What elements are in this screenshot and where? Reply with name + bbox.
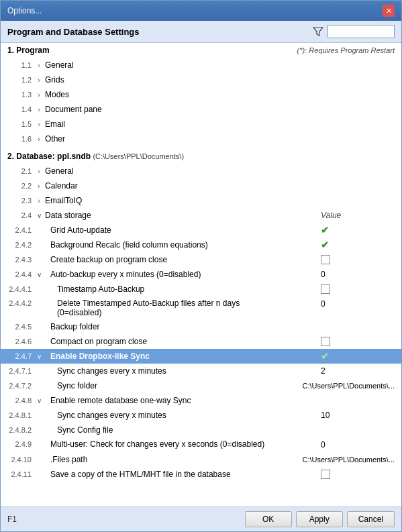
item-value: 2 — [321, 366, 401, 376]
item-num: 2.4.7.2 — [1, 382, 34, 390]
list-item[interactable]: 2.1 › General — [1, 164, 401, 178]
item-label: EmailToIQ — [44, 196, 401, 205]
list-item[interactable]: 2.4.7.2 Sync folder C:\Users\PPL\Documen… — [1, 378, 401, 393]
item-num: 2.4.8.2 — [1, 426, 34, 434]
cancel-button[interactable]: Cancel — [347, 511, 395, 527]
title-bar: Options... ✕ — [1, 1, 401, 21]
chevron-right-icon: › — [34, 182, 44, 190]
item-num: 2.3 — [1, 197, 34, 205]
item-label: Data storage — [44, 211, 321, 220]
item-value: 10 — [321, 411, 401, 420]
item-num: 2.4.4 — [1, 270, 34, 278]
list-item[interactable]: 2.4.7.1 Sync changes every x minutes 2 — [1, 364, 401, 378]
list-item[interactable]: 2.4.8.2 Sync Config file — [1, 423, 401, 437]
item-label: Email — [44, 119, 401, 129]
search-icon-button[interactable] — [311, 25, 325, 38]
list-item[interactable]: 2.4.3 Create backup on program close — [1, 252, 401, 267]
section1-num: 1. — [7, 46, 14, 55]
item-label: Backup folder — [44, 322, 321, 331]
list-item[interactable]: 2.4.4.1 Timestamp Auto-Backup — [1, 282, 401, 297]
item-label: Save a copy of the HTML/MHT file in the … — [44, 470, 321, 479]
item-label: .Files path — [44, 455, 302, 464]
item-label: Sync Config file — [44, 425, 321, 435]
list-item-highlighted[interactable]: 2.4.7 ∨ Enable Dropbox-like Sync ✔ — [1, 349, 401, 364]
item-value: 0 — [321, 439, 401, 449]
item-num: 2.4.8.1 — [1, 411, 34, 419]
item-num: 2.4 — [1, 211, 34, 219]
list-item[interactable]: 1.5 › Email — [1, 117, 401, 131]
checkbox-icon[interactable] — [321, 284, 330, 294]
item-num: 2.4.10 — [1, 456, 34, 464]
list-item[interactable]: 2.4.8 ∨ Enable remote database one-way S… — [1, 393, 401, 408]
item-value: Value — [321, 211, 401, 220]
list-item[interactable]: 1.2 › Grids — [1, 72, 401, 87]
item-num: 2.4.11 — [1, 470, 34, 478]
list-item[interactable]: 2.3 › EmailToIQ — [1, 193, 401, 208]
search-input[interactable] — [328, 25, 395, 38]
item-num: 2.4.7 — [1, 352, 34, 360]
item-value[interactable] — [321, 255, 401, 265]
chevron-right-icon: › — [34, 197, 44, 205]
f1-label: F1 — [7, 515, 17, 524]
section1-label: Program — [16, 46, 49, 55]
list-item[interactable]: 2.4.11 Save a copy of the HTML/MHT file … — [1, 467, 401, 482]
item-num: 1.2 — [1, 76, 34, 84]
item-label: Sync changes every x minutes — [44, 411, 321, 420]
page-title: Program and Database Settings — [7, 27, 140, 37]
item-label: Create backup on program close — [44, 255, 321, 264]
item-value[interactable] — [321, 284, 401, 295]
list-item[interactable]: 2.4.5 Backup folder — [1, 319, 401, 334]
item-num: 2.4.2 — [1, 241, 34, 249]
footer-buttons: OK Apply Cancel — [245, 511, 395, 527]
list-item[interactable]: 2.4.4 ∨ Auto-backup every x minutes (0=d… — [1, 267, 401, 282]
header-area: Program and Database Settings — [1, 21, 401, 43]
item-label: Document pane — [44, 105, 401, 114]
item-value: 0 — [321, 299, 401, 309]
list-item[interactable]: 1.4 › Document pane — [1, 102, 401, 117]
list-item[interactable]: 2.4.1 Grid Auto-update ✔ — [1, 223, 401, 237]
list-item[interactable]: 1.1 › General — [1, 58, 401, 72]
list-item[interactable]: 2.4.9 Multi-user: Check for changes ever… — [1, 437, 401, 452]
ok-button[interactable]: OK — [245, 511, 292, 527]
section1-header: 1. Program (*): Requires Program Restart — [1, 43, 401, 58]
checkbox-icon[interactable] — [321, 337, 330, 346]
close-button[interactable]: ✕ — [383, 5, 395, 17]
search-area — [311, 25, 395, 38]
list-item[interactable]: 2.4.4.2 Delete Timestamped Auto-Backup f… — [1, 297, 401, 319]
list-item[interactable]: 1.3 › Modes — [1, 87, 401, 102]
item-num: 1.3 — [1, 91, 34, 99]
item-num: 2.4.7.1 — [1, 367, 34, 375]
list-item[interactable]: 2.4.6 Compact on program close — [1, 334, 401, 349]
item-num: 2.4.6 — [1, 337, 34, 345]
item-label: Modes — [44, 90, 401, 99]
checkmark-icon: ✔ — [321, 225, 329, 235]
list-item[interactable]: 2.4.2 Background Recalc (field column eq… — [1, 237, 401, 252]
item-value[interactable] — [321, 337, 401, 347]
checkbox-icon[interactable] — [321, 255, 330, 264]
svg-marker-0 — [313, 28, 323, 36]
apply-button[interactable]: Apply — [296, 511, 343, 527]
list-item[interactable]: 2.4 ∨ Data storage Value — [1, 208, 401, 223]
item-value[interactable] — [321, 470, 401, 480]
item-value: ✔ — [321, 240, 401, 250]
item-value: ✔ — [321, 225, 401, 235]
item-label: Auto-backup every x minutes (0=disabled) — [44, 270, 321, 279]
item-label: Compact on program close — [44, 337, 321, 346]
chevron-right-icon: › — [34, 168, 44, 175]
footer-area: F1 OK Apply Cancel — [1, 507, 401, 531]
window-title: Options... — [7, 6, 42, 15]
item-label: Enable remote database one-way Sync — [44, 396, 321, 405]
checkbox-icon[interactable] — [321, 470, 330, 479]
filter-icon — [313, 26, 323, 37]
list-item[interactable]: 2.2 › Calendar — [1, 178, 401, 193]
checkmark-icon: ✔ — [321, 351, 329, 362]
item-value: ✔ — [321, 351, 401, 362]
chevron-down-icon: ∨ — [34, 271, 44, 278]
chevron-down-icon: ∨ — [34, 397, 44, 405]
list-item[interactable]: 1.6 › Other — [1, 131, 401, 146]
list-item[interactable]: 2.4.10 .Files path C:\Users\PPL\Document… — [1, 452, 401, 467]
chevron-right-icon: › — [34, 136, 44, 143]
chevron-right-icon: › — [34, 121, 44, 128]
list-item[interactable]: 2.4.8.1 Sync changes every x minutes 10 — [1, 408, 401, 423]
chevron-down-icon: ∨ — [34, 212, 44, 219]
